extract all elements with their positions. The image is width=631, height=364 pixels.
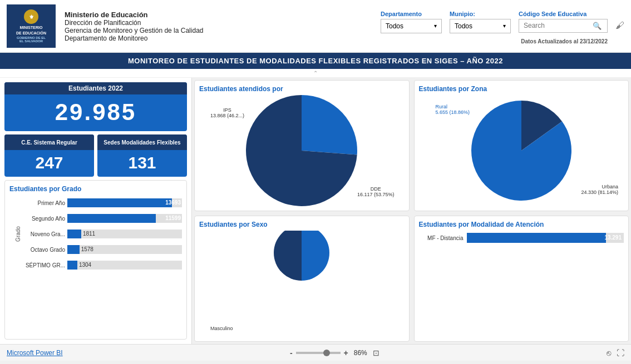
bar-value-4: 1304 xyxy=(79,262,91,268)
bar-label-4: SÉPTIMO GR... xyxy=(25,262,65,268)
header-line3: Gerencia de Monitoreo y Gestión de la Ca… xyxy=(65,27,381,34)
zoom-minus-btn[interactable]: - xyxy=(290,348,293,357)
municipio-value: Todos xyxy=(455,22,472,30)
bar-item-3: Octavo Grado 1578 xyxy=(25,245,182,254)
pie-sexo-svg xyxy=(274,231,329,297)
bar-track-4: 1304 xyxy=(67,261,182,270)
municipio-chevron: ▾ xyxy=(503,23,506,29)
logo-country-text: GOBIERNO DE ELEL SALVADOR xyxy=(17,36,46,43)
bar-track-2: 1811 xyxy=(67,230,182,238)
pie-label-dde: DDE 16.117 (53.75%) xyxy=(357,186,395,197)
ce-sistema-value: 247 xyxy=(4,150,94,177)
ce-sistema-card: C.E. Sistema Regular 247 xyxy=(4,134,94,177)
panel-zona: Estudiantes por Zona Rural 5.655 (18.86%… xyxy=(414,80,629,211)
header-line2: Dirección de Planificación xyxy=(65,19,381,27)
modalidad-bar-fill-0 xyxy=(467,233,606,243)
data-updated: Datos Actualizados al 23/12/2022 xyxy=(519,38,608,44)
bottom-bar: Microsoft Power BI - + 86% ⊡ ⎋ ⛶ xyxy=(0,344,631,361)
cards-row: C.E. Sistema Regular 247 Sedes Modalidad… xyxy=(4,134,187,177)
top-panels-row: Estudiantes atendidos por IPS 13.868 (46… xyxy=(192,78,631,213)
pie-femenino-slice xyxy=(274,231,302,281)
panel-sexo: Estudiantes por Sexo Masculino xyxy=(194,216,410,342)
pie-zona-container: Rural 5.655 (18.86%) Urbana 24.330 (81.1… xyxy=(419,95,624,206)
search-input[interactable] xyxy=(524,22,590,29)
logo-area: ⚜ MINISTERIODE EDUCACIÓN GOBIERNO DE ELE… xyxy=(7,4,56,48)
bar-item-0: Primer Año 13693 xyxy=(25,198,182,207)
main-content: Estudiantes 2022 29.985 C.E. Sistema Reg… xyxy=(0,78,631,344)
bar-track-3: 1578 xyxy=(67,245,182,254)
powerbi-link[interactable]: Microsoft Power BI xyxy=(7,349,63,357)
bar-item-2: Noveno Gra... 1811 xyxy=(25,230,182,238)
bar-label-0: Primer Año xyxy=(25,200,65,206)
departamento-filter: Departamento Todos ▾ xyxy=(381,11,442,33)
grado-chart-title: Estudiantes por Grado xyxy=(9,185,182,193)
zoom-slider-track[interactable] xyxy=(296,352,341,354)
search-box-wrapper: 🔍 xyxy=(519,19,608,33)
zoom-controls: - + 86% ⊡ xyxy=(290,348,379,357)
panel-modalidad-title: Estudiantes por Modalidad de Atención xyxy=(419,221,624,228)
zoom-slider-thumb[interactable] xyxy=(323,350,330,356)
municipio-select[interactable]: Todos ▾ xyxy=(450,19,511,33)
bar-value-3: 1578 xyxy=(81,246,93,252)
share-icon[interactable]: ⎋ xyxy=(607,348,611,357)
modalidad-bars: MF - Distancia 13.291 xyxy=(419,233,624,243)
departamento-label: Departamento xyxy=(381,11,442,17)
panel-sexo-title: Estudiantes por Sexo xyxy=(199,221,405,228)
search-icon[interactable]: 🔍 xyxy=(593,22,602,30)
zoom-plus-btn[interactable]: + xyxy=(344,348,348,357)
modalidad-bar-label-0: MF - Distancia xyxy=(419,235,464,241)
brush-icon[interactable]: 🖌 xyxy=(615,21,624,31)
panel-atendidos-title: Estudiantes atendidos por xyxy=(199,85,405,93)
header-line1: Ministerio de Educación xyxy=(65,11,381,19)
panel-atendidos: Estudiantes atendidos por IPS 13.868 (46… xyxy=(194,80,410,211)
bar-track-1: 11599 xyxy=(67,214,182,223)
header-titles: Ministerio de Educación Dirección de Pla… xyxy=(65,11,381,42)
pie-zona-svg xyxy=(471,101,571,201)
municipio-filter: Munipio: Todos ▾ xyxy=(450,11,511,33)
bar-value-2: 1811 xyxy=(83,231,95,237)
logo-box: ⚜ MINISTERIODE EDUCACIÓN GOBIERNO DE ELE… xyxy=(7,4,56,48)
departamento-select[interactable]: Todos ▾ xyxy=(381,19,442,33)
ce-sistema-title: C.E. Sistema Regular xyxy=(4,134,94,150)
bar-item-4: SÉPTIMO GR... 1304 xyxy=(25,261,182,270)
y-axis-label: Grado xyxy=(15,226,21,242)
sedes-value: 131 xyxy=(97,150,187,177)
fit-screen-icon[interactable]: ⊡ xyxy=(373,348,379,357)
codigo-sede-label: Código Sede Educativa xyxy=(519,11,608,17)
logo-emblem: ⚜ xyxy=(24,9,38,24)
bottom-right-icons: ⎋ ⛶ xyxy=(607,348,624,357)
departamento-chevron: ▾ xyxy=(434,23,437,29)
bar-value-1: 11599 xyxy=(165,215,181,221)
header-line4: Departamento de Monitoreo xyxy=(65,34,381,42)
bar-fill-1 xyxy=(67,214,156,223)
municipio-label: Munipio: xyxy=(450,11,511,17)
pie-label-ips: IPS 13.868 (46.2...) xyxy=(210,107,244,118)
codigo-sede-filter: Código Sede Educativa 🔍 Datos Actualizad… xyxy=(519,11,608,44)
title-bar: MONITOREO DE ESTUDIANTES DE MODALIDADES … xyxy=(0,53,631,69)
estudiantes-card-title: Estudiantes 2022 xyxy=(4,82,187,94)
fullscreen-icon[interactable]: ⛶ xyxy=(617,348,624,357)
sedes-title: Sedes Modalidades Flexibles xyxy=(97,134,187,150)
bar-chart: Primer Año 13693 Segundo Año 11599 xyxy=(25,198,182,270)
pie-label-urbana: Urbana 24.330 (81.14%) xyxy=(581,184,618,195)
pie-atendidos-container: IPS 13.868 (46.2...) DDE 16.117 (53.75%) xyxy=(199,95,405,206)
bar-chart-wrapper: Grado Primer Año 13693 Segundo Año xyxy=(9,198,182,270)
departamento-value: Todos xyxy=(386,22,403,30)
logo-ministry-text: MINISTERIODE EDUCACIÓN xyxy=(16,25,46,35)
bar-label-3: Octavo Grado xyxy=(25,247,65,253)
filters-area: Departamento Todos ▾ Munipio: Todos ▾ Có… xyxy=(381,8,624,44)
modalidad-bar-track-0: 13.291 xyxy=(467,233,624,243)
bar-item-1: Segundo Año 11599 xyxy=(25,214,182,223)
panel-zona-title: Estudiantes por Zona xyxy=(419,85,624,93)
bottom-panels-row: Estudiantes por Sexo Masculino Estudiant… xyxy=(192,213,631,344)
panel-modalidad: Estudiantes por Modalidad de Atención MF… xyxy=(414,216,629,342)
bar-fill-3 xyxy=(67,245,80,254)
grado-chart-section: Estudiantes por Grado Grado Primer Año 1… xyxy=(4,180,187,340)
header: ⚜ MINISTERIODE EDUCACIÓN GOBIERNO DE ELE… xyxy=(0,0,631,53)
bar-fill-2 xyxy=(67,230,81,238)
left-panel: Estudiantes 2022 29.985 C.E. Sistema Reg… xyxy=(0,78,192,344)
bar-label-2: Noveno Gra... xyxy=(25,231,65,237)
bar-value-0: 13693 xyxy=(165,200,181,206)
modalidad-bar-item-0: MF - Distancia 13.291 xyxy=(419,233,624,243)
pie-masculino-slice xyxy=(302,231,329,281)
